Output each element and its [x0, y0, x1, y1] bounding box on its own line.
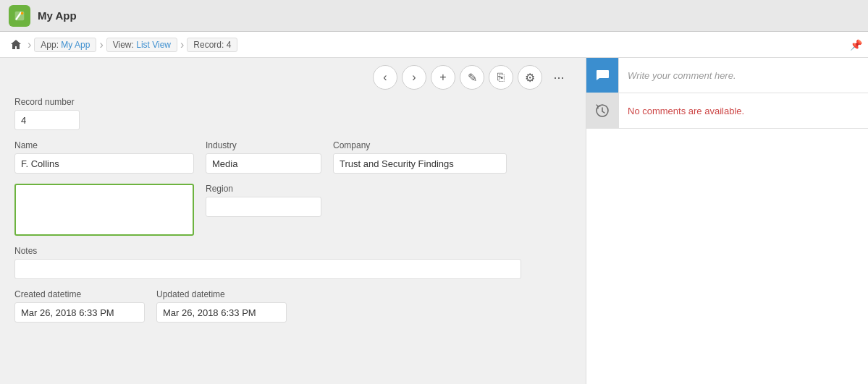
created-group: Created datetime [14, 289, 145, 323]
app-link[interactable]: My App [61, 40, 90, 50]
top-bar: My App [0, 0, 868, 32]
add-button[interactable]: + [431, 65, 455, 90]
comment-input-row: Write your comment here. [586, 58, 868, 93]
more-button[interactable]: ··· [547, 65, 571, 90]
notes-input[interactable] [14, 259, 521, 279]
industry-input[interactable] [206, 153, 321, 174]
app-title: My App [38, 9, 77, 22]
separator-1: › [28, 38, 31, 51]
updated-input[interactable] [156, 302, 287, 323]
main-area: ‹ › + ✎ ⎘ ⚙ ··· Record number [0, 58, 868, 384]
name-input[interactable] [14, 153, 194, 174]
updated-label: Updated datetime [156, 289, 287, 299]
toolbar-row: ‹ › + ✎ ⎘ ⚙ ··· [14, 58, 571, 97]
record-number-input[interactable] [14, 110, 80, 130]
settings-button[interactable]: ⚙ [518, 65, 542, 90]
lastname-region-row: Region [14, 184, 571, 236]
lastname-group [14, 184, 194, 236]
notes-group: Notes [14, 246, 571, 279]
company-group: Company [333, 140, 507, 174]
separator-2: › [99, 38, 103, 51]
industry-label: Industry [206, 140, 321, 150]
record-number-group: Record number [14, 97, 571, 130]
no-comments-message: No comments are available. [618, 93, 868, 128]
separator-3: › [180, 38, 184, 51]
notes-label: Notes [14, 246, 571, 256]
dates-row: Created datetime Updated datetime [14, 289, 571, 323]
pin-icon[interactable]: 📌 [850, 39, 862, 51]
comment-panel: Write your comment here. No comments are… [586, 58, 868, 384]
copy-button[interactable]: ⎘ [489, 65, 513, 90]
record-number-label: Record number [14, 97, 571, 107]
form-panel: ‹ › + ✎ ⎘ ⚙ ··· Record number [0, 58, 586, 384]
company-input[interactable] [333, 153, 507, 174]
breadcrumb-record: Record: 4 [187, 38, 237, 52]
comment-history-row: No comments are available. [586, 93, 868, 129]
name-label: Name [14, 140, 194, 150]
app-icon [9, 5, 30, 27]
svg-point-2 [21, 12, 24, 14]
next-button[interactable]: › [402, 65, 426, 90]
company-label: Company [333, 140, 507, 150]
name-industry-company-row: Name Industry Company [14, 140, 571, 174]
region-group: Region [206, 184, 321, 217]
edit-button[interactable]: ✎ [460, 65, 484, 90]
comment-tab-button[interactable] [586, 58, 618, 93]
updated-group: Updated datetime [156, 289, 287, 323]
breadcrumb-app[interactable]: App: My App [34, 38, 96, 52]
region-input[interactable] [206, 197, 321, 217]
comment-input[interactable]: Write your comment here. [618, 58, 868, 93]
view-link[interactable]: List View [136, 40, 171, 50]
industry-group: Industry [206, 140, 321, 174]
created-input[interactable] [14, 302, 145, 323]
created-label: Created datetime [14, 289, 145, 299]
name-group: Name [14, 140, 194, 174]
prev-button[interactable]: ‹ [373, 65, 397, 90]
breadcrumb-bar: › App: My App › View: List View › Record… [0, 32, 868, 58]
breadcrumb-view[interactable]: View: List View [106, 38, 177, 52]
home-button[interactable] [6, 35, 26, 55]
lastname-textarea[interactable] [14, 184, 194, 236]
region-label: Region [206, 184, 321, 194]
history-tab-button[interactable] [586, 93, 618, 128]
